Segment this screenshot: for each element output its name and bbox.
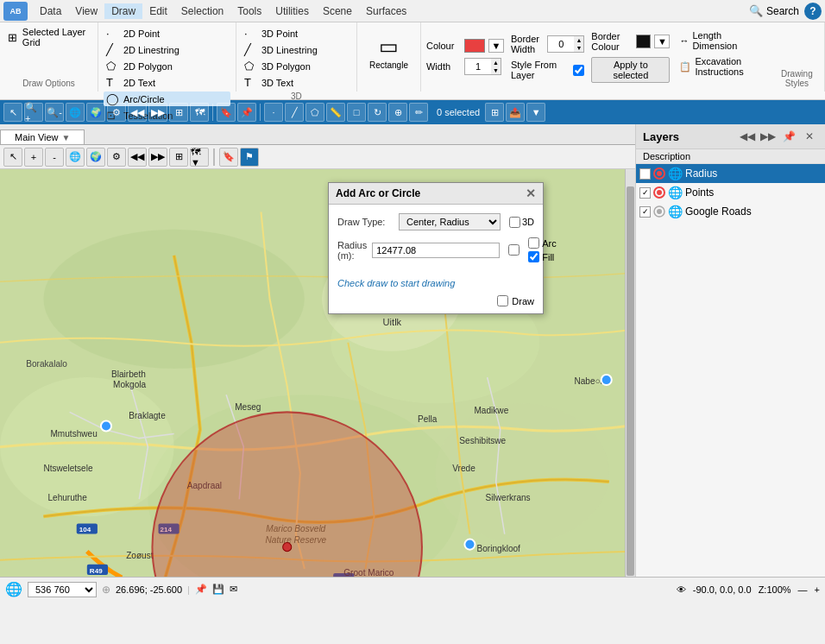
rectangle-btn[interactable]: ▭ Rectangle: [362, 26, 415, 78]
map-layers-btn[interactable]: 🌍: [86, 148, 105, 167]
status-mail-icon[interactable]: ✉: [230, 584, 237, 595]
pin-btn[interactable]: 📌: [237, 103, 256, 122]
more-tools-btn[interactable]: ▼: [526, 103, 545, 122]
border-colour-picker[interactable]: [636, 35, 651, 48]
layers-expand-right-btn[interactable]: ▶▶: [759, 128, 777, 145]
2d-text-btn[interactable]: T 2D Text: [104, 75, 230, 90]
length-dimension-btn[interactable]: ↔ Length Dimension: [677, 29, 767, 52]
menu-data[interactable]: Data: [33, 3, 68, 19]
map-style-dropdown[interactable]: 🗺▼: [190, 148, 209, 167]
roads-visibility-check[interactable]: [639, 206, 651, 218]
map-scrollbar[interactable]: [625, 169, 635, 577]
dialog-close-btn[interactable]: ✕: [526, 186, 536, 200]
menu-selection[interactable]: Selection: [174, 3, 230, 19]
menu-edit[interactable]: Edit: [142, 3, 174, 19]
measure-btn[interactable]: 📏: [326, 103, 345, 122]
status-save-icon[interactable]: 💾: [212, 584, 224, 595]
map-zoom-out-btn[interactable]: -: [45, 148, 64, 167]
toolbar-sep-1: [212, 104, 213, 121]
draw-type-select[interactable]: Center, Radius 3 Points Center, Start, E…: [399, 213, 501, 230]
width-input[interactable]: ▲ ▼: [464, 58, 501, 75]
menu-surfaces[interactable]: Surfaces: [359, 3, 413, 19]
draw-poly-tb-btn[interactable]: ⬠: [305, 103, 324, 122]
menu-tools[interactable]: Tools: [230, 3, 268, 19]
colour-picker[interactable]: [464, 39, 485, 53]
map-nav-fwd-btn[interactable]: ▶▶: [148, 148, 167, 167]
2d-linestring-btn[interactable]: ╱ 2D Linestring: [104, 42, 230, 57]
area-btn[interactable]: □: [347, 103, 366, 122]
colour-spin[interactable]: [488, 39, 504, 53]
3d-point-btn[interactable]: · 3D Point: [242, 26, 351, 41]
edit-btn[interactable]: ✏: [409, 103, 428, 122]
grid-view-btn[interactable]: ⊞: [169, 103, 188, 122]
radius-extra-checkbox[interactable]: [508, 244, 520, 256]
layer-google-roads[interactable]: 🌐 Google Roads: [636, 202, 825, 221]
zoom-out-btn[interactable]: 🔍-: [45, 103, 64, 122]
layer-points[interactable]: 🌐 Points: [636, 183, 825, 202]
fill-checkbox[interactable]: [528, 251, 539, 262]
border-width-up[interactable]: ▲: [574, 36, 583, 44]
style-from-layer-checkbox[interactable]: [573, 65, 584, 76]
tab-close-btn[interactable]: ▼: [62, 133, 71, 142]
help-button[interactable]: ?: [804, 3, 822, 20]
border-colour-spin[interactable]: [654, 35, 670, 48]
menu-scene[interactable]: Scene: [316, 3, 359, 19]
nav-back-btn[interactable]: ◀◀: [128, 103, 147, 122]
apply-to-selected-btn[interactable]: Apply to selected: [591, 57, 670, 83]
status-zoom-slider[interactable]: +: [815, 584, 820, 595]
map-bookmark-btn[interactable]: 🔖: [219, 148, 238, 167]
2d-polygon-btn[interactable]: ⬠ 2D Polygon: [104, 59, 230, 73]
radius-visibility-check[interactable]: [639, 168, 651, 180]
3d-checkbox[interactable]: [509, 217, 520, 228]
coord-system-select[interactable]: 536 760: [28, 582, 97, 597]
nav-fwd-btn[interactable]: ▶▶: [148, 103, 167, 122]
draw-point-tb-btn[interactable]: ·: [264, 103, 283, 122]
draw-checkbox[interactable]: [497, 295, 508, 306]
bookmark-btn[interactable]: 🔖: [217, 103, 236, 122]
width-down[interactable]: ▼: [491, 66, 501, 74]
3d-text-btn[interactable]: T 3D Text: [242, 75, 351, 90]
layers-collapse-left-btn[interactable]: ◀◀: [739, 128, 756, 145]
arc-checkbox[interactable]: [528, 237, 539, 249]
status-globe-icon[interactable]: 🌐: [5, 581, 22, 597]
radius-input[interactable]: [372, 243, 500, 258]
settings-btn[interactable]: ⚙: [107, 103, 126, 122]
map-flag-btn[interactable]: ⚑: [240, 148, 259, 167]
3d-polygon-btn[interactable]: ⬠ 3D Polygon: [242, 59, 351, 73]
map-zoom-in-btn[interactable]: +: [24, 148, 43, 167]
width-up[interactable]: ▲: [491, 59, 501, 66]
map-select-btn[interactable]: ↖: [3, 148, 22, 167]
rotate-btn[interactable]: ↻: [368, 103, 387, 122]
layers-globe-btn[interactable]: 🌍: [86, 103, 105, 122]
status-zoom-minus[interactable]: —: [798, 584, 808, 595]
layers-close-btn[interactable]: ✕: [801, 128, 818, 145]
main-view-tab[interactable]: Main View ▼: [0, 129, 85, 144]
zoom-in-btn[interactable]: 🔍+: [24, 103, 43, 122]
3d-text-icon: T: [244, 76, 258, 89]
export-btn[interactable]: 📤: [506, 103, 525, 122]
selected-options-btn[interactable]: ⊞: [485, 103, 504, 122]
globe-btn[interactable]: 🌐: [66, 103, 85, 122]
layer-radius[interactable]: 🌐 Radius: [636, 164, 825, 183]
menu-view[interactable]: View: [68, 3, 104, 19]
map-style-btn[interactable]: 🗺: [190, 103, 209, 122]
transform-btn[interactable]: ⊕: [388, 103, 407, 122]
border-width-input[interactable]: ▲ ▼: [547, 35, 584, 53]
select-tool-btn[interactable]: ↖: [3, 103, 22, 122]
map-grid-btn[interactable]: ⊞: [169, 148, 188, 167]
app-logo[interactable]: AB: [3, 2, 28, 21]
map-container[interactable]: R49 214 403 R53: [0, 169, 635, 577]
selected-layer-grid-btn[interactable]: ⊞ Selected Layer Grid: [5, 26, 92, 48]
excavation-btn[interactable]: 📋 Excavation Instructions: [677, 55, 767, 78]
draw-line-tb-btn[interactable]: ╱: [285, 103, 304, 122]
menu-draw[interactable]: Draw: [104, 3, 142, 19]
map-settings-btn[interactable]: ⚙: [107, 148, 126, 167]
map-globe-btn[interactable]: 🌐: [66, 148, 85, 167]
menu-utilities[interactable]: Utilities: [268, 3, 316, 19]
border-width-down[interactable]: ▼: [574, 44, 583, 52]
points-visibility-check[interactable]: [639, 187, 651, 199]
3d-linestring-btn[interactable]: ╱ 3D Linestring: [242, 42, 351, 57]
map-nav-back-btn[interactable]: ◀◀: [128, 148, 147, 167]
layers-pin-btn[interactable]: 📌: [780, 128, 797, 145]
2d-point-btn[interactable]: · 2D Point: [104, 26, 230, 41]
